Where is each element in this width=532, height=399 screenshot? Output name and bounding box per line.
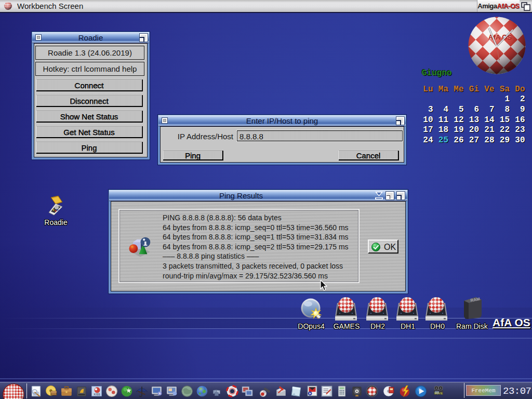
- svg-text:KISS: KISS: [94, 393, 101, 396]
- svg-text:MOVIE: MOVIE: [434, 392, 443, 395]
